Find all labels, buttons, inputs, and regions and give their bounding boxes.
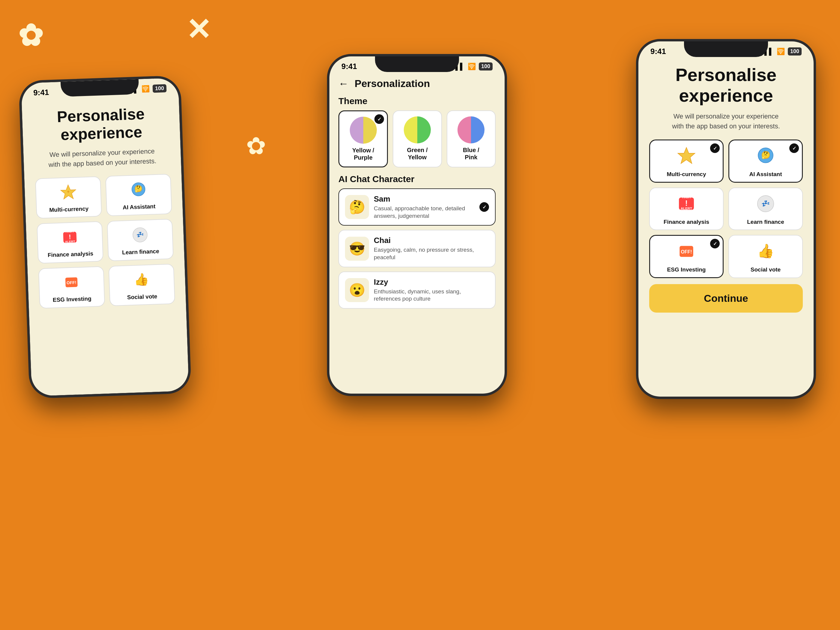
right-esg-check: ✓ (710, 239, 720, 248)
theme-bp-label: Blue /Pink (463, 147, 479, 161)
theme-grid: ✓ Yellow /Purple Green /Yellow Blue /Pin… (329, 111, 505, 167)
center-phone-time: 9:41 (341, 62, 357, 71)
right-card-ai-assistant[interactable]: ✓ 🤔 AI Assistant (728, 139, 803, 183)
svg-text:✦: ✦ (66, 189, 71, 194)
card-multi-currency[interactable]: ✦ Multi-currency (35, 176, 102, 219)
right-card-label-finance-analysis: Finance analysis (663, 219, 709, 225)
right-phone-wifi-icon: 🛜 (777, 48, 785, 55)
svg-text:🤔: 🤔 (761, 150, 771, 159)
theme-blue-pink[interactable]: Blue /Pink (447, 111, 496, 167)
card-icon-vote: 👍 (132, 270, 151, 291)
char-chai[interactable]: 😎 Chai Easygoing, calm, no pressure or s… (338, 230, 496, 267)
svg-text:👍: 👍 (134, 272, 149, 287)
card-label-multi-currency: Multi-currency (49, 205, 89, 213)
card-label-learn-finance: Learn finance (122, 248, 159, 256)
center-phone-notch (375, 57, 459, 72)
svg-text:ALERT: ALERT (65, 240, 75, 243)
char-sam-select: ✓ (479, 202, 489, 212)
char-izzy-icon: 😮 (345, 278, 369, 302)
card-icon-robot: 🤔 (129, 181, 148, 202)
char-izzy-desc: Enthusiastic, dynamic, uses slang, refer… (374, 288, 489, 303)
card-finance-analysis[interactable]: ! HIGH ALERT Finance analysis (36, 221, 104, 264)
theme-yp-label: Yellow /Purple (352, 147, 374, 161)
theme-yp-check: ✓ (374, 114, 384, 124)
right-card-label-learn-finance: Learn finance (747, 219, 784, 225)
char-izzy-name: Izzy (374, 278, 489, 287)
right-card-icon-robot: 🤔 (755, 146, 776, 169)
svg-text:OFF!: OFF! (66, 280, 76, 285)
continue-button[interactable]: Continue (649, 284, 803, 313)
card-label-finance-analysis: Finance analysis (48, 250, 93, 258)
svg-text:ALERT: ALERT (681, 207, 692, 210)
svg-text:!: ! (69, 233, 71, 241)
left-phone-subtitle: We will personalize your experiencewith … (34, 145, 171, 170)
right-card-label-esg-investing: ESG Investing (667, 267, 706, 273)
left-phone: 9:41 ▌▌▌ 🛜 100 Personaliseexperience We … (19, 75, 192, 399)
right-phone-notch (684, 41, 768, 57)
char-sam-name: Sam (374, 194, 475, 204)
theme-yellow-purple[interactable]: ✓ Yellow /Purple (338, 111, 388, 167)
char-sam-desc: Casual, approachable tone, detailed answ… (374, 205, 475, 219)
card-esg-investing[interactable]: OFF! ESG Investing (38, 266, 105, 309)
character-cards: 🤔 Sam Casual, approachable tone, detaile… (329, 188, 505, 309)
svg-text:🤔: 🤔 (134, 185, 143, 193)
right-phone: 9:41 ▌▌▌ 🛜 100 Personaliseexperience We … (636, 39, 816, 399)
left-phone-wifi-icon: 🛜 (141, 85, 150, 93)
card-learn-finance[interactable]: 💤 Learn finance (107, 219, 174, 261)
svg-text:👍: 👍 (757, 243, 774, 259)
theme-gy-label: Green /Yellow (407, 147, 428, 161)
right-card-icon-esg: OFF! (676, 241, 696, 264)
card-icon-sleep: 💤 (131, 225, 149, 246)
char-chai-name: Chai (374, 236, 489, 245)
right-mc-check: ✓ (710, 144, 720, 153)
right-phone-subtitle: We will personalize your experiencewith … (649, 111, 803, 131)
card-icon-star: ✦ (59, 183, 78, 204)
right-ai-check: ✓ (789, 144, 799, 153)
center-phone-wifi-icon: 🛜 (468, 63, 476, 71)
svg-text:HIGH: HIGH (65, 229, 74, 233)
flower-deco-1: ✿ (18, 18, 43, 53)
left-phone-interest-grid: ✦ Multi-currency 🤔 AI Assistant (35, 174, 175, 309)
svg-text:HIGH: HIGH (682, 195, 691, 199)
svg-marker-13 (678, 148, 695, 164)
char-chai-desc: Easygoing, calm, no pressure or stress, … (374, 246, 489, 261)
right-card-icon-vote: 👍 (755, 241, 776, 264)
theme-section-title: Theme (338, 96, 496, 106)
right-card-icon-alert: ! HIGH ALERT (676, 194, 696, 216)
right-card-esg-investing[interactable]: ✓ OFF! ESG Investing (649, 235, 723, 278)
char-sam[interactable]: 🤔 Sam Casual, approachable tone, detaile… (338, 188, 496, 226)
right-card-label-social-vote: Social vote (751, 267, 781, 273)
right-card-multi-currency[interactable]: ✓ Multi-currency (649, 139, 723, 183)
right-phone-time: 9:41 (651, 47, 666, 56)
right-card-icon-sleep: 💤 (755, 194, 776, 216)
right-phone-interest-grid: ✓ Multi-currency ✓ 🤔 AI Assistant (649, 139, 803, 278)
theme-green-yellow[interactable]: Green /Yellow (393, 111, 442, 167)
right-card-label-ai-assistant: AI Assistant (749, 171, 782, 178)
center-phone-header: ← Personalization (329, 74, 505, 89)
back-button[interactable]: ← (338, 78, 349, 89)
right-card-label-multi-currency: Multi-currency (667, 171, 706, 178)
card-icon-alert: ! HIGH ALERT (61, 228, 79, 249)
card-social-vote[interactable]: 👍 Social vote (108, 264, 175, 306)
char-sam-icon: 🤔 (345, 195, 369, 219)
right-card-learn-finance[interactable]: 💤 Learn finance (728, 188, 803, 230)
right-card-icon-star (676, 146, 696, 169)
char-chai-icon: 😎 (345, 237, 369, 261)
personalization-title: Personalization (355, 78, 430, 89)
card-ai-assistant[interactable]: 🤔 AI Assistant (105, 174, 172, 216)
left-phone-title: Personaliseexperience (33, 104, 169, 145)
right-phone-battery: 100 (788, 47, 802, 55)
x-deco: ✕ (186, 12, 211, 47)
left-phone-notch (61, 79, 139, 97)
right-card-finance-analysis[interactable]: ! HIGH ALERT Finance analysis (649, 188, 723, 230)
center-phone: 9:41 ▌▌▌ 🛜 100 ← Personalization Theme ✓… (327, 54, 507, 396)
card-label-esg-investing: ESG Investing (52, 295, 92, 303)
char-izzy[interactable]: 😮 Izzy Enthusiastic, dynamic, uses slang… (338, 272, 496, 309)
svg-text:OFF!: OFF! (681, 249, 692, 254)
right-card-social-vote[interactable]: 👍 Social vote (728, 235, 803, 278)
card-icon-esg: OFF! (62, 273, 81, 294)
right-phone-title: Personaliseexperience (649, 65, 803, 106)
character-section-title: AI Chat Character (338, 174, 496, 184)
card-label-ai-assistant: AI Assistant (123, 203, 156, 211)
card-label-social-vote: Social vote (127, 293, 158, 301)
